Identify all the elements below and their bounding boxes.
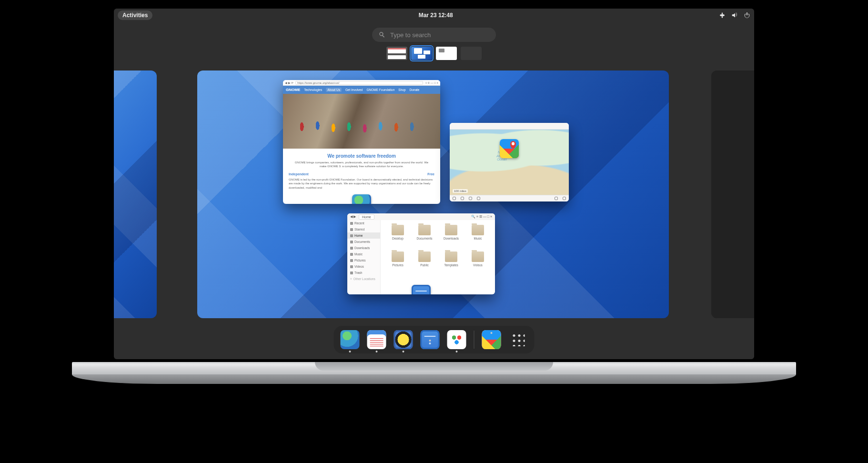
workspace-peek-right[interactable] [711, 70, 754, 318]
window-preview-files[interactable]: ◀ ▶ Home 🔍 ≡ ☰ — □ × Recent Starred Home… [347, 213, 495, 294]
network-icon [719, 12, 726, 19]
workspace-thumb-1[interactable] [386, 47, 407, 60]
map-scale: 100 miles [453, 189, 468, 193]
web-browser-icon [352, 194, 371, 204]
laptop-base [72, 362, 796, 384]
files-icon [412, 285, 431, 294]
files-sidebar: Recent Starred Home Documents Downloads … [347, 220, 381, 294]
workspace-switcher [386, 47, 482, 60]
workspace-thumb-4[interactable] [461, 47, 482, 60]
top-panel: Activities Mar 23 12:48 [114, 9, 754, 22]
current-workspace: ◀ ▶ ⟳ https://www.gnome.org/about-us/ ☆ … [197, 70, 669, 318]
dock-files[interactable] [421, 330, 440, 349]
gnome-columns: Independent Free [283, 172, 440, 176]
gnome-site-nav: GNOME Technologies About Us Get Involved… [283, 86, 440, 94]
search-bar[interactable] [372, 28, 496, 42]
gnome-hero-photo [283, 94, 440, 149]
workspace-thumb-2[interactable] [411, 47, 432, 60]
files-headerbar: ◀ ▶ Home 🔍 ≡ ☰ — □ × [347, 213, 495, 220]
dock-calendar[interactable] [367, 330, 386, 349]
dock-music[interactable] [394, 330, 413, 349]
window-preview-maps[interactable]: NorthAtlanticOcean 100 miles [450, 123, 569, 201]
dock-software[interactable] [447, 330, 466, 349]
maps-icon [500, 139, 519, 158]
search-input[interactable] [390, 31, 489, 39]
clock-button[interactable]: Mar 23 12:48 [419, 12, 453, 19]
workspace-peek-left[interactable] [114, 70, 157, 318]
maps-titlebar [450, 123, 569, 130]
gnome-headline: We promote software freedom [283, 149, 440, 161]
dock-web-browser[interactable] [341, 330, 360, 349]
dash [334, 326, 535, 353]
workspace-thumb-3[interactable] [436, 47, 457, 60]
browser-address-bar: ◀ ▶ ⟳ https://www.gnome.org/about-us/ ☆ … [283, 80, 440, 86]
gnome-activities-overview: Activities Mar 23 12:48 [114, 9, 754, 359]
dock-separator [474, 331, 474, 349]
dock-maps[interactable] [482, 330, 501, 349]
power-icon [744, 12, 750, 19]
files-icon-grid: Desktop Documents Downloads Music Pictur… [381, 220, 495, 294]
gnome-blurb: GNOME brings companies, volunteers, prof… [283, 161, 440, 172]
window-preview-web[interactable]: ◀ ▶ ⟳ https://www.gnome.org/about-us/ ☆ … [283, 80, 440, 204]
volume-icon [731, 12, 738, 19]
maps-toolbar [450, 195, 569, 201]
activities-button[interactable]: Activities [118, 10, 152, 20]
search-icon [379, 31, 385, 38]
system-status-area[interactable] [719, 12, 750, 19]
show-applications-button[interactable] [509, 330, 528, 349]
